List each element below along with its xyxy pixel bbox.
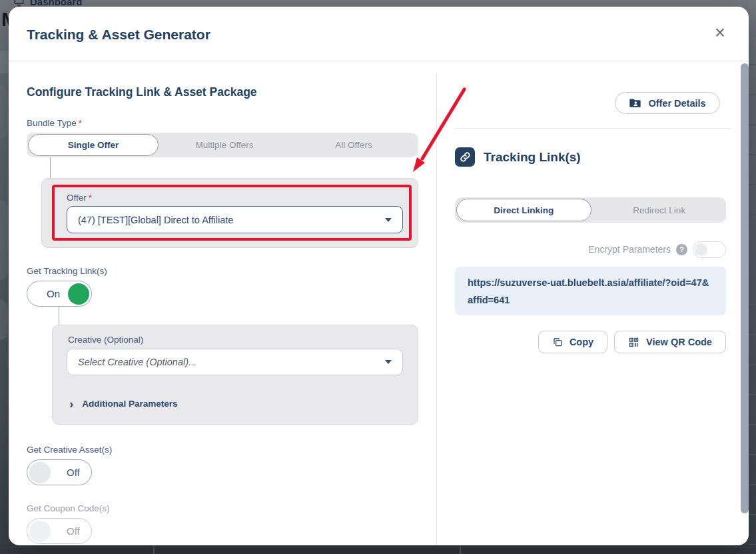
chevron-down-icon (385, 218, 392, 222)
qr-code-icon (628, 337, 639, 348)
section-divider (455, 128, 731, 129)
offer-details-button[interactable]: Offer Details (615, 92, 720, 114)
background-card-edge (0, 300, 8, 340)
copy-button[interactable]: Copy (538, 331, 607, 353)
encrypt-parameters-label: Encrypt Parameters (588, 244, 671, 255)
get-coupon-codes-label: Get Coupon Code(s) (27, 503, 110, 513)
bundle-type-label: Bundle Type* (27, 118, 82, 128)
background-table-edge (0, 545, 756, 554)
get-tracking-links-label: Get Tracking Link(s) (27, 266, 107, 276)
chevron-right-icon: › (69, 399, 73, 408)
tracking-links-header: Tracking Link(s) (455, 147, 581, 167)
creative-select-placeholder: Select Creative (Optional)... (78, 357, 196, 367)
toggle-knob (68, 283, 89, 305)
close-icon: × (715, 23, 725, 43)
panel-divider (436, 73, 437, 545)
copy-label: Copy (569, 337, 593, 347)
tracking-url-box: https://suzuverse-uat.bluebelt.asia/affi… (455, 267, 726, 315)
close-button[interactable]: × (709, 21, 731, 44)
toggle-knob (695, 243, 707, 256)
chevron-down-icon (385, 360, 392, 364)
offer-details-label: Offer Details (648, 98, 705, 109)
modal-header: Tracking & Asset Generator × (9, 7, 749, 61)
creative-label: Creative (Optional) (68, 335, 143, 345)
background-card-edge (0, 85, 8, 139)
tracking-asset-generator-modal: Tracking & Asset Generator × Configure T… (9, 7, 749, 545)
bundle-type-tabs: Single Offer Multiple Offers All Offers (27, 133, 418, 157)
toggle-state-label: Off (67, 525, 80, 537)
copy-icon (552, 337, 563, 347)
offer-select-value: (47) [TEST][Global] Direct to Affiliate (78, 215, 233, 225)
encrypt-parameters-row: Encrypt Parameters ? (455, 241, 726, 258)
coupon-codes-toggle[interactable]: Off (27, 518, 92, 544)
link-icon (455, 147, 475, 167)
required-asterisk: * (89, 193, 92, 203)
offer-label: Offer* (67, 193, 92, 203)
tab-redirect-link[interactable]: Redirect Link (593, 197, 727, 223)
folder-user-icon (629, 97, 641, 109)
connector-line (50, 157, 51, 178)
tracking-url: https://suzuverse-uat.bluebelt.asia/affi… (468, 277, 709, 305)
tab-single-offer[interactable]: Single Offer (28, 134, 159, 156)
toggle-state-label: Off (67, 467, 80, 478)
config-section-heading: Configure Tracking Link & Asset Package (27, 85, 257, 99)
connector-line (59, 307, 59, 325)
modal-scrollbar-thumb[interactable] (741, 63, 749, 513)
view-qr-code-button[interactable]: View QR Code (614, 331, 726, 353)
help-icon[interactable]: ? (676, 244, 687, 255)
modal-title: Tracking & Asset Generator (27, 27, 210, 43)
additional-parameters-label: Additional Parameters (82, 399, 177, 409)
background-table-rows (749, 64, 756, 545)
get-creative-assets-label: Get Creative Asset(s) (27, 445, 112, 455)
offer-select[interactable]: (47) [TEST][Global] Direct to Affiliate (67, 206, 403, 233)
tracking-links-heading: Tracking Link(s) (484, 150, 581, 165)
toggle-knob (29, 521, 51, 542)
tab-multiple-offers[interactable]: Multiple Offers (160, 133, 289, 157)
creative-assets-toggle[interactable]: Off (27, 459, 92, 485)
creative-select[interactable]: Select Creative (Optional)... (67, 349, 403, 375)
link-type-tabs: Direct Linking Redirect Link (455, 197, 726, 223)
screen: Dashboard M Tracking & Asset Generator ×… (0, 0, 756, 554)
tracking-links-toggle[interactable]: On (27, 281, 92, 307)
required-asterisk: * (79, 118, 82, 128)
additional-parameters-expander[interactable]: › Additional Parameters (69, 399, 178, 409)
toggle-state-label: On (47, 288, 60, 299)
view-qr-code-label: View QR Code (646, 337, 712, 347)
tab-all-offers[interactable]: All Offers (289, 133, 418, 157)
tab-direct-linking[interactable]: Direct Linking (456, 199, 591, 221)
toggle-knob (29, 462, 51, 483)
encrypt-parameters-toggle[interactable] (693, 241, 726, 258)
background-card-edge (0, 200, 8, 280)
